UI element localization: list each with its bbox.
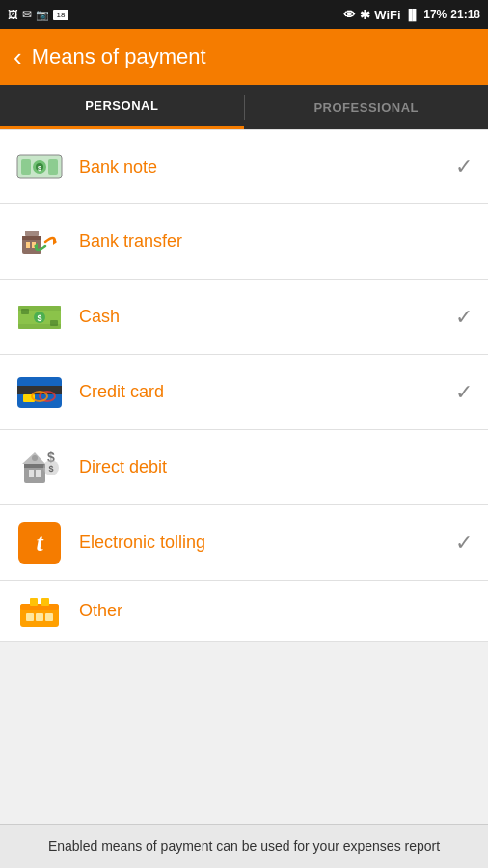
tolling-letter: t bbox=[36, 530, 42, 556]
status-bar-icons: 🖼 ✉ 📷 18 bbox=[8, 8, 68, 21]
tolling-visual: t bbox=[18, 522, 61, 564]
svg-rect-32 bbox=[36, 613, 43, 621]
cash-check: ✓ bbox=[455, 305, 473, 330]
back-button[interactable]: ‹ bbox=[14, 44, 22, 69]
time-label: 21:18 bbox=[450, 8, 480, 21]
list-item[interactable]: Credit card ✓ bbox=[0, 355, 488, 430]
svg-rect-1 bbox=[21, 159, 31, 175]
signal-icon: ▐▌ bbox=[405, 9, 420, 20]
list-item[interactable]: Other ✓ bbox=[0, 581, 488, 642]
svg-rect-34 bbox=[30, 598, 38, 606]
eye-icon: 👁 bbox=[343, 8, 356, 22]
camera-icon: 📷 bbox=[36, 9, 49, 21]
credit-card-icon bbox=[15, 368, 64, 417]
svg-rect-21 bbox=[24, 464, 45, 468]
list-item[interactable]: t Electronic tolling ✓ bbox=[0, 505, 488, 581]
electronic-tolling-label: Electronic tolling bbox=[79, 532, 455, 553]
credit-card-visual bbox=[17, 377, 62, 408]
credit-card-check: ✓ bbox=[455, 380, 473, 405]
svg-rect-2 bbox=[48, 159, 58, 175]
photo-icon: 🖼 bbox=[8, 9, 18, 20]
credit-card-label: Credit card bbox=[79, 382, 455, 402]
other-icon bbox=[15, 587, 64, 636]
list-item[interactable]: $ Bank note ✓ bbox=[0, 129, 488, 204]
tab-personal[interactable]: PERSONAL bbox=[0, 85, 244, 129]
bank-note-icon: $ bbox=[15, 143, 64, 191]
svg-text:$: $ bbox=[37, 313, 41, 323]
status-bar-right: 👁 ✱ WiFi ▐▌ 17% 21:18 bbox=[343, 8, 480, 22]
svg-rect-18 bbox=[21, 309, 29, 314]
footer-text: Enabled means of payment can be used for… bbox=[48, 838, 440, 854]
page-title: Means of payment bbox=[32, 44, 206, 69]
header: ‹ Means of payment bbox=[0, 29, 488, 85]
svg-rect-23 bbox=[36, 470, 41, 477]
notification-icon: 18 bbox=[53, 10, 68, 20]
electronic-tolling-check: ✓ bbox=[455, 530, 473, 556]
svg-rect-7 bbox=[22, 236, 41, 240]
status-bar: 🖼 ✉ 📷 18 👁 ✱ WiFi ▐▌ 17% 21:18 bbox=[0, 0, 488, 29]
bluetooth-icon: ✱ bbox=[360, 8, 370, 22]
bank-note-label: Bank note bbox=[79, 157, 455, 177]
svg-text:$: $ bbox=[38, 165, 41, 173]
battery-label: 17% bbox=[423, 8, 447, 21]
svg-rect-22 bbox=[29, 470, 34, 477]
list-item[interactable]: $ Cash ✓ bbox=[0, 280, 488, 355]
svg-rect-8 bbox=[26, 242, 30, 248]
wifi-icon: WiFi bbox=[374, 8, 400, 22]
other-label: Other bbox=[79, 601, 455, 621]
tabs-container: PERSONAL PROFESSIONAL bbox=[0, 85, 488, 129]
cash-label: Cash bbox=[79, 307, 455, 327]
direct-debit-label: Direct debit bbox=[79, 457, 455, 477]
list-item[interactable]: Bank transfer ✓ bbox=[0, 204, 488, 280]
svg-rect-35 bbox=[41, 598, 49, 606]
svg-text:$: $ bbox=[48, 464, 53, 474]
direct-debit-icon: $ $ bbox=[15, 444, 64, 492]
tab-professional[interactable]: PROFESSIONAL bbox=[245, 85, 489, 129]
mail-icon: ✉ bbox=[22, 8, 32, 21]
bank-note-check: ✓ bbox=[455, 154, 473, 179]
footer-bar: Enabled means of payment can be used for… bbox=[0, 824, 488, 868]
svg-rect-33 bbox=[45, 613, 53, 621]
svg-rect-31 bbox=[26, 613, 34, 621]
payment-list: $ Bank note ✓ Bank bbox=[0, 129, 488, 642]
svg-rect-19 bbox=[50, 320, 58, 326]
list-item[interactable]: $ $ Direct debit ✓ bbox=[0, 430, 488, 505]
cash-icon: $ bbox=[15, 293, 64, 341]
bank-transfer-icon bbox=[15, 218, 64, 266]
svg-rect-30 bbox=[20, 604, 59, 610]
content-area: $ Bank note ✓ Bank bbox=[0, 129, 488, 642]
electronic-tolling-icon: t bbox=[15, 519, 64, 567]
svg-rect-10 bbox=[25, 231, 39, 236]
svg-point-25 bbox=[32, 455, 38, 461]
bank-transfer-label: Bank transfer bbox=[79, 231, 455, 252]
